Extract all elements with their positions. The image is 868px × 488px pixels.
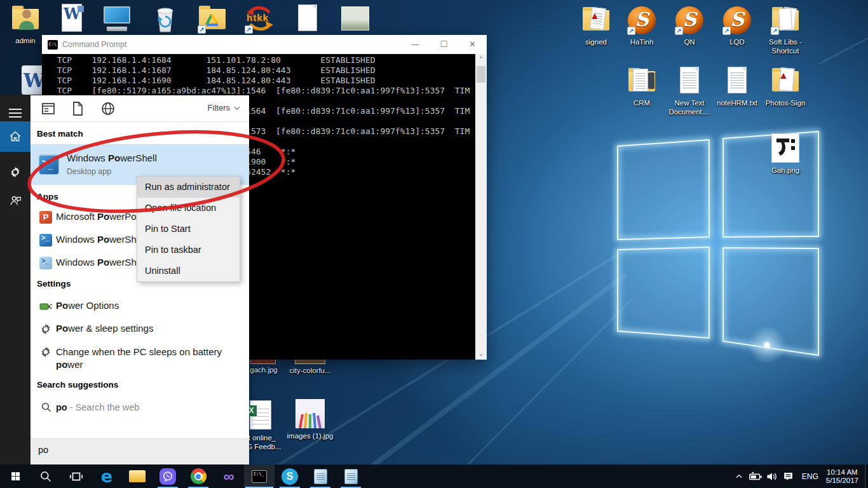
taskbar-clock[interactable]: 10:14 AM 5/15/2017 bbox=[824, 468, 865, 485]
setting-result-power-options[interactable]: Power Options bbox=[31, 295, 249, 318]
context-menu-item[interactable]: Pin to taskbar bbox=[137, 240, 240, 261]
apps-header: Apps bbox=[37, 192, 58, 201]
visual-studio-icon: ∞ bbox=[223, 469, 234, 484]
notepad-icon bbox=[314, 469, 327, 484]
scroll-up-arrow[interactable]: ⌃ bbox=[475, 54, 487, 65]
search-filter-bar: Filters bbox=[31, 95, 249, 122]
desktop-icon-crm[interactable]: CRM bbox=[619, 66, 665, 107]
scrollbar[interactable]: ⌃ ⌄ bbox=[475, 54, 487, 360]
settings-button[interactable] bbox=[0, 157, 31, 187]
search-input[interactable] bbox=[38, 445, 241, 455]
taskbar: e ∞ C:\_ S ENG 10:14 AM 5/15/2017 bbox=[0, 464, 868, 488]
best-match-header: Best match bbox=[37, 129, 83, 139]
desktop-icon-soft-libs[interactable]: ↗ Soft Libs - Shortcut bbox=[763, 5, 808, 55]
shortcut-arrow-badge: ↗ bbox=[675, 27, 683, 35]
context-menu-item[interactable]: Uninstall bbox=[137, 261, 240, 281]
text-file-icon bbox=[674, 66, 705, 97]
desktop-icon-images1[interactable]: images (1).jpg bbox=[286, 399, 334, 440]
desktop-icon-blank-file[interactable] bbox=[285, 4, 330, 36]
window-title-bar[interactable]: C:\ Command Prompt — ☐ ✕ bbox=[42, 35, 487, 54]
battery-icon[interactable] bbox=[747, 464, 764, 488]
edge-icon: e bbox=[101, 466, 112, 486]
desktop-icon-notehrm[interactable]: noteHRM.txt bbox=[714, 66, 760, 107]
shortcut-arrow-badge: ↗ bbox=[198, 25, 206, 34]
search-box[interactable] bbox=[31, 438, 249, 464]
filters-dropdown[interactable]: Filters bbox=[208, 103, 241, 112]
setting-result-power-sleep[interactable]: Power & sleep settings bbox=[31, 318, 249, 341]
close-button[interactable]: ✕ bbox=[458, 35, 487, 54]
desktop-icon-recycle-bin[interactable] bbox=[142, 4, 188, 36]
user-folder-icon bbox=[10, 4, 41, 34]
clock-time: 10:14 AM bbox=[826, 468, 858, 477]
show-desktop-button[interactable] bbox=[865, 464, 868, 488]
desktop-icon-label: Photos-Sign bbox=[763, 98, 808, 107]
setting-result-pc-sleep[interactable]: Change when the PC sleeps on battery pow… bbox=[31, 341, 249, 374]
web-search-suggestion[interactable]: po - Search the web bbox=[31, 396, 249, 419]
best-match-title: Windows PowerShell bbox=[67, 152, 157, 163]
desktop-icon-htkk[interactable]: htkk ↗ bbox=[236, 4, 282, 36]
desktop-icon-label: HaTinh bbox=[619, 37, 665, 46]
scrollbar-thumb[interactable] bbox=[477, 66, 485, 83]
pdf-folder-icon: ▲ bbox=[581, 5, 611, 36]
powershell-ise-icon: >_ bbox=[39, 257, 52, 269]
desktop-icon-lqd[interactable]: S↗ LQD bbox=[714, 5, 760, 46]
hidden-icons-button[interactable] bbox=[731, 464, 747, 488]
desktop-icon-excel-file[interactable]: X st online_ IG Feedb... bbox=[245, 400, 289, 451]
powershell-icon: >_ bbox=[39, 154, 59, 175]
taskbar-skype[interactable]: S bbox=[275, 464, 305, 488]
taskbar-file-explorer[interactable] bbox=[122, 464, 153, 488]
desktop-icon-label: signed bbox=[573, 37, 619, 46]
desktop-icon-signed[interactable]: ▲ signed bbox=[573, 5, 619, 46]
language-indicator[interactable]: ENG bbox=[797, 472, 824, 481]
context-menu-item[interactable]: Pin to Start bbox=[137, 219, 240, 240]
home-icon bbox=[8, 130, 22, 144]
taskbar-chrome[interactable] bbox=[183, 464, 214, 488]
desktop-icon-word-document[interactable]: W bbox=[50, 4, 95, 36]
taskbar-notepad-2[interactable] bbox=[336, 464, 366, 488]
context-menu-item[interactable]: Run as administrator bbox=[137, 177, 240, 198]
taskbar-command-prompt[interactable]: C:\_ bbox=[244, 464, 275, 488]
file-explorer-icon bbox=[129, 470, 146, 483]
minimize-button[interactable]: — bbox=[401, 35, 430, 54]
taskbar-viber[interactable] bbox=[153, 464, 183, 488]
volume-icon[interactable] bbox=[764, 464, 780, 488]
home-button[interactable] bbox=[0, 121, 31, 152]
task-view-button[interactable] bbox=[61, 464, 92, 488]
filter-apps-button[interactable] bbox=[41, 101, 56, 116]
feedback-button[interactable] bbox=[0, 186, 31, 216]
chevron-down-icon bbox=[233, 104, 241, 112]
scroll-down-arrow[interactable]: ⌄ bbox=[475, 349, 487, 360]
desktop-icon-photo[interactable] bbox=[332, 4, 377, 36]
hamburger-icon bbox=[9, 108, 22, 118]
shortcut-arrow-badge: ↗ bbox=[627, 27, 635, 35]
desktop-icon-hatinh[interactable]: S↗ HaTinh bbox=[619, 5, 665, 46]
taskbar-notepad[interactable] bbox=[305, 464, 336, 488]
desktop-icon-google-drive-folder[interactable]: ↗ bbox=[189, 4, 235, 36]
filter-web-button[interactable] bbox=[100, 101, 116, 116]
search-panel-rail bbox=[0, 95, 31, 464]
taskbar-visual-studio[interactable]: ∞ bbox=[214, 464, 244, 488]
gah-image-icon bbox=[770, 133, 801, 164]
taskbar-search-button[interactable] bbox=[31, 464, 61, 488]
desktop-icon-qn[interactable]: S↗ QN bbox=[667, 5, 712, 46]
cmd-icon: C:\_ bbox=[252, 470, 267, 483]
s-orb-icon: S↗ bbox=[722, 5, 752, 36]
context-menu-item[interactable]: Open file location bbox=[137, 198, 240, 219]
desktop-icon-label: Soft Libs - Shortcut bbox=[763, 37, 808, 55]
powerpoint-icon: P bbox=[39, 211, 52, 224]
suggestion-label: po - Search the web bbox=[56, 402, 139, 412]
desktop-icon-gah[interactable]: Gah.png bbox=[763, 133, 808, 175]
person-glyph bbox=[17, 8, 36, 30]
taskbar-edge[interactable]: e bbox=[92, 464, 122, 488]
recycle-bin-icon bbox=[150, 4, 180, 34]
maximize-button[interactable]: ☐ bbox=[430, 35, 458, 54]
terminal-line: TCP 192.168.1.4:1690 184.85.124.80:443 E… bbox=[47, 76, 475, 86]
filter-documents-button[interactable] bbox=[70, 101, 85, 116]
desktop-icon-new-text-document[interactable]: New Text Document.... bbox=[667, 66, 712, 116]
action-center-icon[interactable] bbox=[780, 464, 797, 488]
desktop-icon-photos-sign[interactable]: ▲ Photos-Sign bbox=[763, 66, 808, 107]
terminal-line: TCP 192.168.1.4:1684 151.101.78.2:80 EST… bbox=[47, 55, 475, 65]
start-button[interactable] bbox=[0, 464, 31, 488]
desktop-icon-label: QN bbox=[667, 37, 712, 46]
desktop-icon-this-pc[interactable] bbox=[94, 4, 140, 36]
